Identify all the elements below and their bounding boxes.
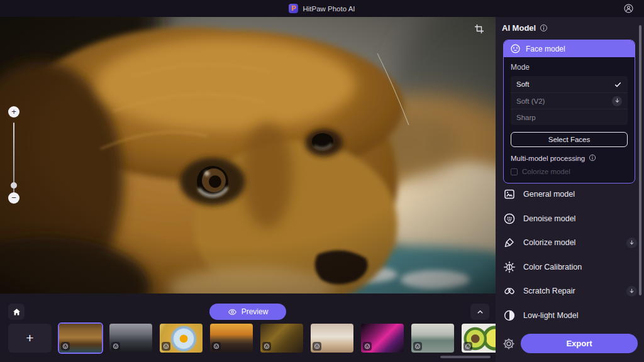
preview-button-label: Preview bbox=[242, 307, 269, 316]
ai-model-sidebar: AI Model Face model Mode Soft bbox=[496, 17, 644, 362]
thumbnail-mountain-road[interactable] bbox=[109, 324, 152, 353]
face-model-icon bbox=[111, 342, 120, 351]
face-model-card: Face model Mode Soft Soft (V2) bbox=[503, 40, 635, 184]
download-icon[interactable] bbox=[626, 286, 637, 297]
gear-icon bbox=[502, 337, 515, 350]
multi-model-processing-label: Multi-model processing bbox=[511, 155, 585, 162]
thumbnail-cat-paws[interactable] bbox=[311, 324, 353, 353]
colorize-model-icon bbox=[503, 236, 516, 249]
thumbnail-autumn-flowers[interactable] bbox=[260, 324, 303, 353]
collapse-thumbnails-button[interactable] bbox=[470, 304, 489, 320]
face-model-button[interactable]: Face model bbox=[504, 40, 635, 57]
eye-icon bbox=[228, 307, 237, 317]
thumbnail-golden-dog[interactable] bbox=[59, 324, 102, 353]
thumbnail-beach[interactable] bbox=[411, 324, 454, 353]
home-button[interactable] bbox=[8, 304, 25, 320]
info-icon[interactable] bbox=[589, 154, 597, 162]
settings-button[interactable] bbox=[502, 337, 515, 350]
face-model-icon bbox=[313, 342, 321, 351]
face-model-icon bbox=[61, 342, 70, 351]
scratch-repair-item[interactable]: Scratch Repair bbox=[503, 279, 637, 304]
face-model-icon bbox=[510, 43, 521, 54]
colorize-model-item[interactable]: Colorize model bbox=[503, 231, 637, 255]
face-model-icon bbox=[464, 342, 472, 351]
mode-options: Soft Soft (V2) Sharp bbox=[511, 76, 628, 125]
face-model-icon bbox=[162, 342, 170, 351]
zoom-slider-handle[interactable] bbox=[11, 182, 17, 189]
export-button[interactable]: Export bbox=[521, 334, 638, 353]
face-model-icon bbox=[413, 342, 422, 351]
sidebar-title: AI Model bbox=[502, 23, 536, 33]
face-model-label: Face model bbox=[526, 45, 565, 53]
mode-label: Mode bbox=[511, 63, 628, 72]
download-icon[interactable] bbox=[626, 238, 637, 248]
general-model-item[interactable]: General model bbox=[503, 182, 637, 207]
add-photo-button[interactable]: + bbox=[8, 324, 52, 353]
home-icon bbox=[12, 307, 21, 317]
crop-icon[interactable] bbox=[474, 24, 484, 34]
user-account-icon[interactable] bbox=[623, 3, 634, 14]
mode-option-soft[interactable]: Soft bbox=[511, 76, 628, 92]
denoise-model-item[interactable]: Denoise model bbox=[503, 207, 637, 231]
thumbnail-pink-flower[interactable] bbox=[361, 324, 404, 353]
thumbnail-mountain-sunset[interactable] bbox=[210, 324, 253, 353]
low-light-model-icon bbox=[503, 309, 516, 322]
thumbnail-strip: + bbox=[8, 324, 504, 353]
sidebar-scrollbar[interactable] bbox=[639, 25, 641, 295]
select-faces-button[interactable]: Select Faces bbox=[511, 132, 628, 147]
general-model-icon bbox=[503, 188, 516, 200]
bottom-bar: Preview + bbox=[0, 293, 496, 362]
chevron-up-icon bbox=[476, 308, 484, 316]
colorize-model-checkbox[interactable] bbox=[511, 168, 518, 175]
mode-option-sharp[interactable]: Sharp bbox=[511, 109, 628, 125]
app-title: HitPaw Photo AI bbox=[303, 5, 355, 13]
face-model-icon bbox=[212, 342, 221, 351]
scratch-repair-icon bbox=[503, 285, 516, 297]
mode-option-soft-v2[interactable]: Soft (V2) bbox=[511, 92, 628, 109]
photo-canvas: + − bbox=[0, 17, 496, 293]
colorize-model-checkbox-label: Colorize model bbox=[522, 168, 570, 175]
check-icon bbox=[614, 80, 622, 89]
model-list: General model Denoise model bbox=[503, 182, 637, 327]
titlebar: P HitPaw Photo AI bbox=[0, 0, 644, 17]
color-calibration-icon bbox=[503, 261, 516, 273]
face-model-icon bbox=[262, 342, 271, 351]
low-light-model-item[interactable]: Low-light Model bbox=[503, 304, 637, 328]
app-logo-icon: P bbox=[289, 4, 298, 13]
hitpaw-photo-ai-window: P HitPaw Photo AI bbox=[0, 0, 644, 362]
face-model-icon bbox=[363, 342, 372, 351]
download-icon[interactable] bbox=[612, 96, 622, 106]
thumbnail-scrollbar[interactable] bbox=[440, 356, 491, 358]
denoise-model-icon bbox=[503, 212, 516, 225]
zoom-out-button[interactable]: − bbox=[8, 192, 19, 204]
preview-button[interactable]: Preview bbox=[209, 304, 286, 320]
zoom-in-button[interactable]: + bbox=[8, 106, 19, 118]
color-calibration-item[interactable]: Color Calibration bbox=[503, 255, 637, 280]
info-icon[interactable] bbox=[540, 24, 548, 32]
dog-photo bbox=[0, 17, 496, 293]
thumbnail-pansy-flower[interactable] bbox=[160, 324, 203, 353]
